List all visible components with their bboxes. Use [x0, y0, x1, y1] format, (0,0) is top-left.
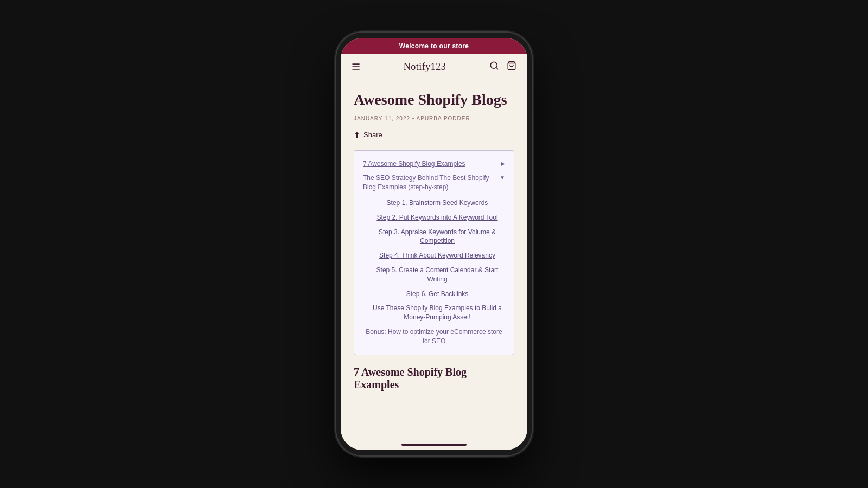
home-bar — [401, 444, 467, 446]
toc-item-2[interactable]: The SEO Strategy Behind The Best Shopify… — [363, 174, 505, 192]
toc-sub-item-2[interactable]: Step 2. Put Keywords into A Keyword Tool — [363, 213, 505, 222]
phone-screen: Welcome to our store ☰ Notify123 — [341, 38, 527, 450]
share-label: Share — [363, 131, 382, 139]
blog-date: JANUARY 11, 2022 — [354, 115, 410, 121]
toc-bonus-link[interactable]: Bonus: How to optimize your eCommerce st… — [363, 328, 505, 346]
toc-sub-link-1[interactable]: Step 1. Brainstorm Seed Keywords — [369, 198, 505, 208]
menu-icon[interactable]: ☰ — [352, 61, 360, 73]
toc-sub-link-5[interactable]: Step 5. Create a Content Calendar & Star… — [369, 266, 505, 284]
toc-sub-link-6[interactable]: Step 6. Get Backlinks — [369, 290, 505, 299]
toc-item-1[interactable]: 7 Awesome Shopify Blog Examples ▶ — [363, 159, 505, 169]
toc-sub-item-1[interactable]: Step 1. Brainstorm Seed Keywords — [363, 198, 505, 208]
toc-sub-link-2[interactable]: Step 2. Put Keywords into A Keyword Tool — [369, 213, 505, 222]
phone-wrapper: Welcome to our store ☰ Notify123 — [336, 33, 532, 455]
toc-arrow-2: ▼ — [500, 175, 505, 181]
toc-sub-section: Step 1. Brainstorm Seed Keywords Step 2.… — [363, 198, 505, 322]
welcome-banner: Welcome to our store — [341, 38, 527, 54]
toc-link-1[interactable]: 7 Awesome Shopify Blog Examples — [363, 159, 496, 169]
toc-box: 7 Awesome Shopify Blog Examples ▶ The SE… — [354, 150, 514, 355]
toc-sub-item-4[interactable]: Step 4. Think About Keyword Relevancy — [363, 251, 505, 260]
content-area: Awesome Shopify Blogs JANUARY 11, 2022 •… — [341, 80, 527, 439]
blog-meta: JANUARY 11, 2022 • APURBA PODDER — [354, 115, 514, 121]
store-title: Notify123 — [404, 61, 446, 73]
svg-line-1 — [496, 67, 497, 69]
home-indicator — [341, 439, 527, 450]
toc-link-2[interactable]: The SEO Strategy Behind The Best Shopify… — [363, 174, 495, 192]
toc-sub-link-4[interactable]: Step 4. Think About Keyword Relevancy — [369, 251, 505, 260]
toc-arrow-1: ▶ — [501, 160, 505, 166]
share-button[interactable]: ⬆ Share — [354, 131, 382, 139]
toc-bonus[interactable]: Bonus: How to optimize your eCommerce st… — [363, 328, 505, 346]
nav-bar: ☰ Notify123 — [341, 54, 527, 80]
search-icon[interactable] — [489, 61, 499, 73]
nav-icons-right — [489, 61, 516, 73]
share-icon: ⬆ — [354, 131, 360, 139]
toc-sub-item-5[interactable]: Step 5. Create a Content Calendar & Star… — [363, 266, 505, 284]
section-heading: 7 Awesome Shopify Blog Examples — [354, 366, 514, 391]
cart-icon[interactable] — [507, 61, 516, 73]
toc-sub-item-3[interactable]: Step 3. Appraise Keywords for Volume & C… — [363, 228, 505, 246]
meta-separator: • — [412, 115, 415, 121]
toc-sub-item-6[interactable]: Step 6. Get Backlinks — [363, 290, 505, 299]
toc-sub-link-3[interactable]: Step 3. Appraise Keywords for Volume & C… — [369, 228, 505, 246]
toc-sub-item-7[interactable]: Use These Shopify Blog Examples to Build… — [363, 304, 505, 322]
blog-author: APURBA PODDER — [417, 115, 470, 121]
blog-title: Awesome Shopify Blogs — [354, 91, 514, 109]
toc-sub-link-7[interactable]: Use These Shopify Blog Examples to Build… — [369, 304, 505, 322]
welcome-text: Welcome to our store — [399, 42, 469, 50]
